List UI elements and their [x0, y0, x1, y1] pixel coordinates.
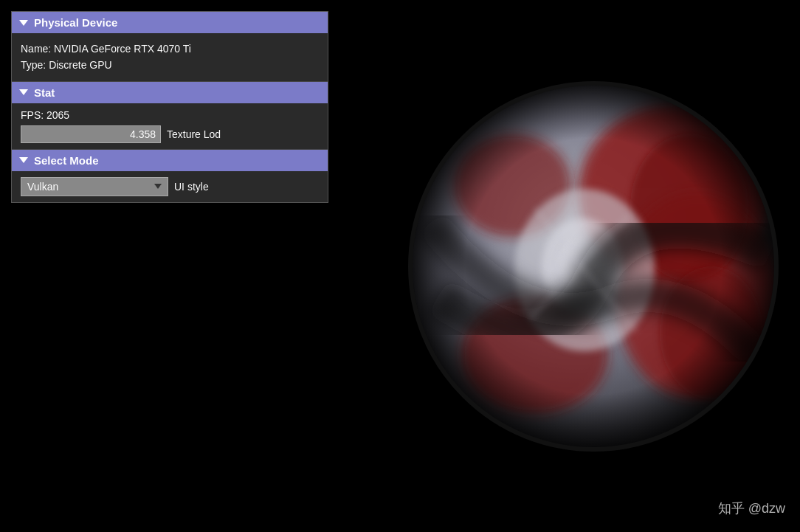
physical-device-title: Physical Device [34, 16, 117, 29]
stat-content: FPS: 2065 Texture Lod [12, 103, 328, 150]
stat-header[interactable]: Stat [12, 82, 328, 103]
texture-row: Texture Lod [21, 125, 319, 143]
select-mode-title: Select Mode [34, 154, 99, 167]
dropdown-arrow-icon [154, 184, 162, 189]
physical-device-content: Name: NVIDIA GeForce RTX 4070 Ti Type: D… [12, 33, 328, 82]
sphere-viewport [401, 75, 785, 458]
left-panel: Physical Device Name: NVIDIA GeForce RTX… [11, 11, 328, 203]
texture-lod-input[interactable] [21, 125, 161, 143]
select-mode-header[interactable]: Select Mode [12, 150, 328, 171]
sphere-svg [401, 75, 785, 458]
stat-collapse-icon [19, 89, 28, 95]
fps-display: FPS: 2065 [21, 109, 319, 121]
select-mode-content: Vulkan UI style [12, 171, 328, 202]
ui-style-label: UI style [174, 181, 209, 193]
vulkan-dropdown[interactable]: Vulkan [21, 177, 168, 196]
physical-device-header[interactable]: Physical Device [12, 12, 328, 33]
watermark: 知乎 @dzw [718, 500, 785, 517]
stat-title: Stat [34, 86, 55, 99]
dropdown-value: Vulkan [27, 181, 150, 193]
collapse-arrow-icon [19, 20, 28, 26]
texture-lod-label: Texture Lod [167, 128, 221, 140]
device-name: Name: NVIDIA GeForce RTX 4070 Ti [21, 41, 319, 57]
device-type: Type: Discrete GPU [21, 57, 319, 73]
select-mode-collapse-icon [19, 157, 28, 163]
